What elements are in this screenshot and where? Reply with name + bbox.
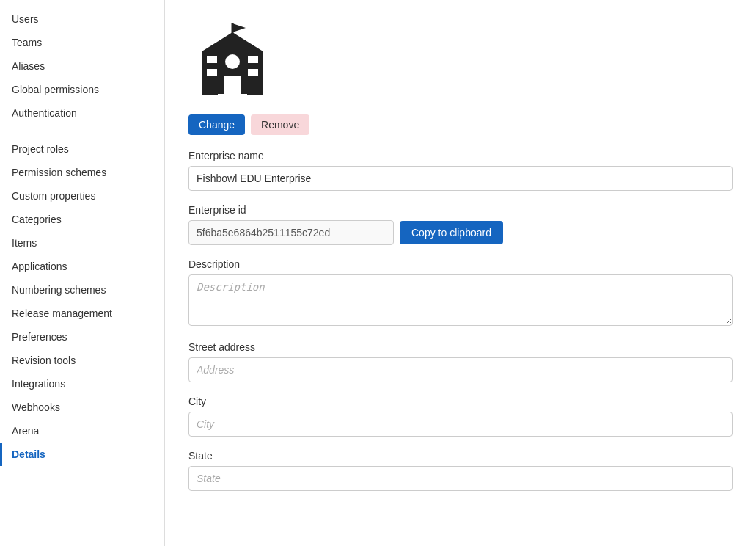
enterprise-id-row: Copy to clipboard [188,220,733,245]
svg-rect-4 [224,76,241,95]
svg-marker-2 [203,32,262,51]
sidebar-item-details[interactable]: Details [0,443,164,466]
sidebar-item-preferences[interactable]: Preferences [0,325,164,349]
state-label: State [188,450,733,462]
sidebar-item-users[interactable]: Users [0,7,164,31]
svg-rect-8 [207,69,217,76]
sidebar-item-global-permissions[interactable]: Global permissions [0,78,164,101]
street-address-label: Street address [188,341,733,353]
street-address-input[interactable] [188,357,733,382]
svg-rect-9 [248,69,258,76]
sidebar-item-authentication[interactable]: Authentication [0,101,164,125]
description-input[interactable] [188,274,733,326]
city-input[interactable] [188,412,733,437]
description-label: Description [188,258,733,270]
sidebar-item-teams[interactable]: Teams [0,31,164,54]
sidebar: Users Teams Aliases Global permissions A… [0,0,165,546]
city-group: City [188,396,733,437]
enterprise-name-input[interactable] [188,166,733,191]
sidebar-item-arena[interactable]: Arena [0,419,164,443]
sidebar-item-permission-schemes[interactable]: Permission schemes [0,161,164,184]
enterprise-name-group: Enterprise name [188,150,733,191]
sidebar-item-categories[interactable]: Categories [0,208,164,231]
enterprise-id-group: Enterprise id Copy to clipboard [188,204,733,245]
enterprise-name-label: Enterprise name [188,150,733,161]
sidebar-item-integrations[interactable]: Integrations [0,372,164,396]
sidebar-item-webhooks[interactable]: Webhooks [0,396,164,419]
description-group: Description [188,258,733,328]
enterprise-id-label: Enterprise id [188,204,733,216]
state-group: State [188,450,733,491]
sidebar-item-revision-tools[interactable]: Revision tools [0,349,164,372]
svg-rect-10 [218,94,247,97]
main-content: Change Remove Enterprise name Enterprise… [165,0,756,546]
sidebar-item-project-roles[interactable]: Project roles [0,137,164,161]
svg-marker-1 [232,23,246,32]
logo-section: Change Remove [188,18,733,135]
sidebar-group-bottom: Project roles Permission schemes Custom … [0,137,164,466]
sidebar-item-numbering-schemes[interactable]: Numbering schemes [0,278,164,302]
enterprise-logo-icon [188,18,276,106]
sidebar-item-custom-properties[interactable]: Custom properties [0,184,164,208]
sidebar-item-release-management[interactable]: Release management [0,302,164,325]
sidebar-divider [0,131,164,131]
copy-clipboard-button[interactable]: Copy to clipboard [400,221,503,244]
change-button[interactable]: Change [188,114,245,135]
sidebar-item-aliases[interactable]: Aliases [0,54,164,78]
sidebar-item-items[interactable]: Items [0,231,164,255]
sidebar-group-top: Users Teams Aliases Global permissions A… [0,7,164,125]
svg-rect-7 [248,56,258,63]
svg-rect-6 [207,56,217,63]
state-input[interactable] [188,466,733,491]
sidebar-item-applications[interactable]: Applications [0,255,164,278]
enterprise-id-input[interactable] [188,220,394,245]
street-address-group: Street address [188,341,733,382]
svg-rect-11 [215,97,250,100]
svg-point-5 [225,54,240,69]
remove-button[interactable]: Remove [251,114,309,135]
logo-buttons: Change Remove [188,114,309,135]
city-label: City [188,396,733,407]
